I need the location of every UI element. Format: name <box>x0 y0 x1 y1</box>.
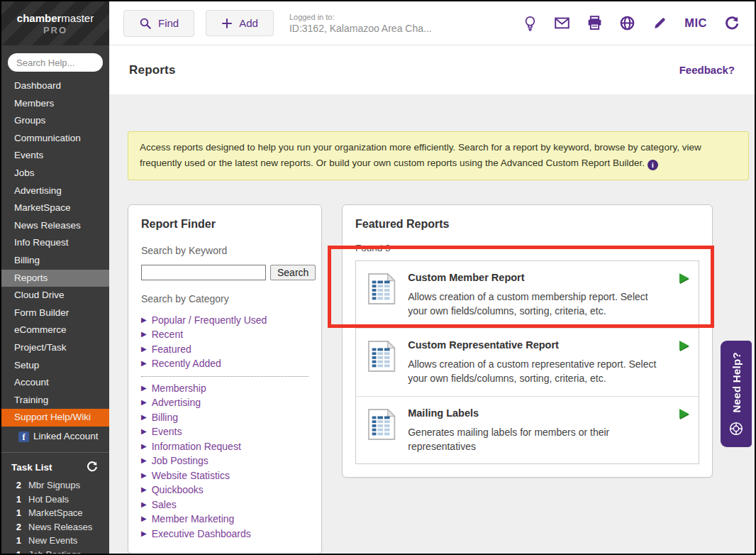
triangle-bullet-icon: ▶ <box>141 424 147 439</box>
brand-name: chambermaster <box>17 12 94 24</box>
task-refresh-icon[interactable] <box>87 461 98 473</box>
task-row-mbr-signups[interactable]: 2Mbr Signups <box>1 478 109 493</box>
task-list-title: Task List <box>11 462 52 473</box>
found-count: Found 3 <box>355 243 699 253</box>
sidebar-item-support-help-wiki[interactable]: Support Help/Wiki <box>1 409 109 427</box>
toolbar-icon-group: MIC <box>523 16 755 31</box>
search-by-category-label: Search by Category <box>141 293 308 304</box>
category-sales[interactable]: ▶Sales <box>141 498 308 512</box>
category-events[interactable]: ▶Events <box>141 424 308 439</box>
sidebar-item-training[interactable]: Training <box>1 392 109 410</box>
envelope-icon[interactable] <box>555 17 569 29</box>
report-row-mailing-labels: Mailing Labels Generates mailing labels … <box>356 397 699 464</box>
logged-in-label: Logged in to: <box>289 13 432 21</box>
task-row-new-events[interactable]: 1New Events <box>1 534 109 548</box>
category-featured[interactable]: ▶Featured <box>141 342 308 357</box>
report-row-custom-representative-report: Custom Representative Report Allows crea… <box>356 329 699 397</box>
task-list: 2Mbr Signups 1Hot Deals 1MarketSpace 2Ne… <box>1 478 109 555</box>
featured-reports-title: Featured Reports <box>355 218 699 231</box>
search-icon <box>139 17 152 30</box>
sidebar-item-dashboard[interactable]: Dashboard <box>1 77 109 95</box>
linked-account-label: Linked Account <box>33 430 99 444</box>
report-document-icon <box>367 407 396 441</box>
category-popular-frequently-used[interactable]: ▶Popular / Frequently Used <box>141 313 308 328</box>
report-finder-panel: Report Finder Search by Keyword Search S… <box>128 204 322 555</box>
keyword-search-button[interactable]: Search <box>270 265 316 280</box>
feedback-link[interactable]: Feedback? <box>679 64 735 76</box>
task-row-news-releases[interactable]: 2News Releases <box>1 520 109 534</box>
info-icon[interactable]: i <box>647 160 658 170</box>
triangle-bullet-icon: ▶ <box>141 439 147 454</box>
sidebar-item-project-task[interactable]: Project/Task <box>1 339 109 357</box>
printer-icon[interactable] <box>587 16 602 31</box>
content-area: Access reports designed to help you run … <box>109 131 755 555</box>
triangle-bullet-icon: ▶ <box>141 327 147 342</box>
report-description: Allows creation of a custom representati… <box>408 357 667 386</box>
sidebar-item-jobs[interactable]: Jobs <box>1 165 109 182</box>
report-title[interactable]: Custom Representative Report <box>408 339 667 351</box>
sidebar-item-form-builder[interactable]: Form Builder <box>1 304 109 322</box>
category-job-postings[interactable]: ▶Job Postings <box>141 454 308 468</box>
report-finder-title: Report Finder <box>141 218 308 231</box>
app-logo: chambermaster PRO <box>1 1 109 45</box>
category-advertising[interactable]: ▶Advertising <box>141 395 308 410</box>
mic-menu-label[interactable]: MIC <box>684 16 707 30</box>
sidebar-item-setup[interactable]: Setup <box>1 357 109 375</box>
keyword-search-input[interactable] <box>141 265 266 280</box>
category-billing[interactable]: ▶Billing <box>141 410 308 425</box>
category-membership[interactable]: ▶Membership <box>141 381 308 396</box>
category-executive-dashboards[interactable]: ▶Executive Dashboards <box>141 527 308 542</box>
featured-reports-panel: Featured Reports Found 3 <box>342 204 713 478</box>
lightbulb-icon[interactable] <box>523 16 537 31</box>
refresh-icon[interactable] <box>725 16 739 31</box>
sidebar-item-marketspace[interactable]: MarketSpace <box>1 199 109 217</box>
task-row-job-postings[interactable]: 1Job Postings <box>1 548 109 555</box>
help-search-input[interactable] <box>16 57 94 68</box>
sidebar-item-advertising[interactable]: Advertising <box>1 182 109 200</box>
facebook-icon: f <box>18 432 29 442</box>
sidebar-item-billing[interactable]: Billing <box>1 252 109 270</box>
sidebar-item-communication[interactable]: Communication <box>1 130 109 148</box>
report-title[interactable]: Mailing Labels <box>408 407 667 419</box>
search-by-keyword-label: Search by Keyword <box>141 245 308 256</box>
plus-icon <box>221 18 233 29</box>
triangle-bullet-icon: ▶ <box>141 410 147 425</box>
run-report-icon[interactable] <box>679 409 689 419</box>
sidebar-item-info-request[interactable]: Info Request <box>1 234 109 252</box>
sidebar-item-ecommerce[interactable]: eCommerce <box>1 322 109 339</box>
triangle-bullet-icon: ▶ <box>141 381 147 396</box>
sidebar-item-groups[interactable]: Groups <box>1 112 109 130</box>
sidebar-item-members[interactable]: Members <box>1 95 109 113</box>
task-row-hot-deals[interactable]: 1Hot Deals <box>1 493 109 507</box>
sidebar-item-events[interactable]: Events <box>1 147 109 165</box>
category-recently-added[interactable]: ▶Recently Added <box>141 356 308 371</box>
triangle-bullet-icon: ▶ <box>141 512 147 527</box>
category-divider <box>141 376 308 377</box>
report-title[interactable]: Custom Member Report <box>408 272 667 283</box>
find-button[interactable]: Find <box>123 10 194 37</box>
sidebar-item-news-releases[interactable]: News Releases <box>1 217 109 235</box>
globe-icon[interactable] <box>620 16 635 31</box>
category-information-request[interactable]: ▶Information Request <box>141 439 308 454</box>
category-member-marketing[interactable]: ▶Member Marketing <box>141 512 308 527</box>
triangle-bullet-icon: ▶ <box>141 342 147 357</box>
run-report-icon[interactable] <box>679 273 689 283</box>
category-quickbooks[interactable]: ▶Quickbooks <box>141 483 308 498</box>
report-description: Allows creation of a custom membership r… <box>408 290 667 319</box>
sidebar-item-cloud-drive[interactable]: Cloud Drive <box>1 287 109 304</box>
report-row-custom-member-report: Custom Member Report Allows creation of … <box>356 261 699 329</box>
top-toolbar: Find Add Logged in to: ID:3162, Kalamazo… <box>109 1 755 45</box>
logged-in-status: Logged in to: ID:3162, Kalamazoo Area Ch… <box>289 13 432 34</box>
run-report-icon[interactable] <box>679 341 689 351</box>
add-button[interactable]: Add <box>206 10 274 36</box>
sidebar-item-linked-account[interactable]: f Linked Account <box>1 428 109 446</box>
task-row-marketspace[interactable]: 1MarketSpace <box>1 506 109 520</box>
category-website-statistics[interactable]: ▶Website Statistics <box>141 468 308 483</box>
triangle-bullet-icon: ▶ <box>141 313 147 328</box>
category-recent[interactable]: ▶Recent <box>141 327 308 342</box>
sidebar-item-reports[interactable]: Reports <box>1 270 109 287</box>
triangle-bullet-icon: ▶ <box>141 356 147 371</box>
need-help-tab[interactable]: Need Help? <box>721 341 752 447</box>
sidebar-item-account[interactable]: Account <box>1 374 109 392</box>
pencil-icon[interactable] <box>652 16 667 31</box>
